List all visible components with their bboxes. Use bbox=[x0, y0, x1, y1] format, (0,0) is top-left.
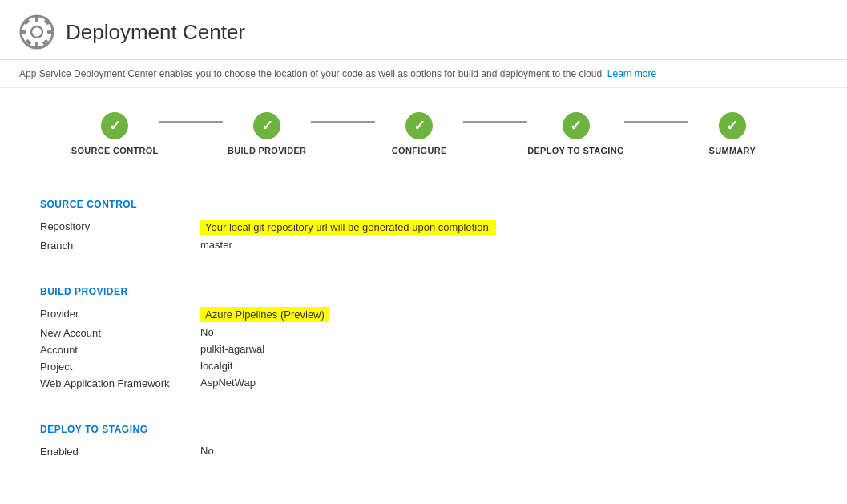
svg-rect-6 bbox=[24, 19, 30, 26]
provider-row: Provider Azure Pipelines (Preview) bbox=[40, 307, 807, 322]
project-row: Project localgit bbox=[40, 360, 807, 373]
provider-label: Provider bbox=[40, 307, 200, 320]
account-row: Account pulkit-agarwal bbox=[40, 343, 807, 356]
repository-label: Repository bbox=[40, 220, 200, 232]
svg-rect-4 bbox=[21, 30, 26, 34]
deploy-staging-section-title: DEPLOY TO STAGING bbox=[40, 424, 807, 435]
step-configure[interactable]: CONFIGURE bbox=[375, 112, 463, 155]
step-label-summary: SUMMARY bbox=[709, 146, 756, 155]
gear-icon bbox=[19, 14, 54, 50]
step-circle-source-control bbox=[101, 112, 128, 139]
step-summary[interactable]: SUMMARY bbox=[688, 112, 776, 155]
enabled-label: Enabled bbox=[40, 445, 200, 458]
account-label: Account bbox=[40, 343, 200, 356]
step-build-provider[interactable]: BUILD PROVIDER bbox=[223, 112, 311, 155]
wizard-steps: SOURCE CONTROL BUILD PROVIDER CONFIGURE … bbox=[0, 88, 847, 175]
repository-value: Your local git repository url will be ge… bbox=[200, 220, 496, 235]
step-container: SOURCE CONTROL BUILD PROVIDER CONFIGURE … bbox=[71, 112, 776, 155]
new-account-row: New Account No bbox=[40, 326, 807, 339]
svg-rect-2 bbox=[35, 16, 38, 22]
checkmark-icon-3 bbox=[413, 117, 426, 135]
subtext-description: App Service Deployment Center enables yo… bbox=[19, 68, 604, 79]
branch-value: master bbox=[200, 239, 232, 251]
source-control-repository-row: Repository Your local git repository url… bbox=[40, 220, 807, 235]
page-title: Deployment Center bbox=[66, 20, 245, 45]
source-control-section-title: SOURCE CONTROL bbox=[40, 199, 807, 210]
project-value: localgit bbox=[200, 360, 232, 372]
step-connector-2 bbox=[311, 121, 375, 123]
page-header: Deployment Center bbox=[0, 0, 847, 60]
step-circle-deploy-staging bbox=[563, 112, 590, 139]
svg-rect-3 bbox=[35, 42, 38, 48]
step-connector-1 bbox=[159, 121, 223, 123]
web-app-framework-label: Web Application Framework bbox=[40, 377, 200, 389]
build-provider-section-title: BUILD PROVIDER bbox=[40, 286, 807, 297]
enabled-row: Enabled No bbox=[40, 445, 807, 458]
step-label-configure: CONFIGURE bbox=[392, 146, 447, 155]
step-deploy-staging[interactable]: DEPLOY TO STAGING bbox=[527, 112, 624, 155]
new-account-value: No bbox=[200, 326, 214, 338]
learn-more-link[interactable]: Learn more bbox=[607, 68, 656, 79]
checkmark-icon bbox=[109, 117, 121, 135]
step-connector-4 bbox=[624, 121, 688, 123]
checkmark-icon-2 bbox=[261, 117, 273, 135]
checkmark-icon-4 bbox=[570, 117, 582, 135]
account-value: pulkit-agarwal bbox=[200, 343, 264, 355]
source-control-branch-row: Branch master bbox=[40, 239, 807, 252]
web-app-framework-row: Web Application Framework AspNetWap bbox=[40, 377, 807, 389]
step-connector-3 bbox=[463, 121, 527, 123]
enabled-value: No bbox=[200, 445, 214, 457]
svg-rect-7 bbox=[44, 19, 50, 26]
step-label-deploy-staging: DEPLOY TO STAGING bbox=[527, 146, 624, 155]
checkmark-icon-5 bbox=[726, 117, 738, 135]
branch-label: Branch bbox=[40, 239, 200, 252]
step-circle-configure bbox=[405, 112, 433, 139]
project-label: Project bbox=[40, 360, 200, 373]
step-source-control[interactable]: SOURCE CONTROL bbox=[71, 112, 159, 155]
main-content: SOURCE CONTROL Repository Your local git… bbox=[0, 175, 847, 486]
svg-rect-5 bbox=[47, 30, 53, 34]
step-circle-summary bbox=[719, 112, 746, 139]
step-label-source-control: SOURCE CONTROL bbox=[71, 146, 159, 155]
step-circle-build-provider bbox=[253, 112, 280, 139]
subtext-bar: App Service Deployment Center enables yo… bbox=[0, 60, 847, 88]
web-app-framework-value: AspNetWap bbox=[200, 377, 256, 389]
provider-value: Azure Pipelines (Preview) bbox=[200, 307, 329, 322]
new-account-label: New Account bbox=[40, 326, 200, 339]
step-label-build-provider: BUILD PROVIDER bbox=[228, 146, 306, 155]
svg-point-1 bbox=[31, 26, 42, 38]
